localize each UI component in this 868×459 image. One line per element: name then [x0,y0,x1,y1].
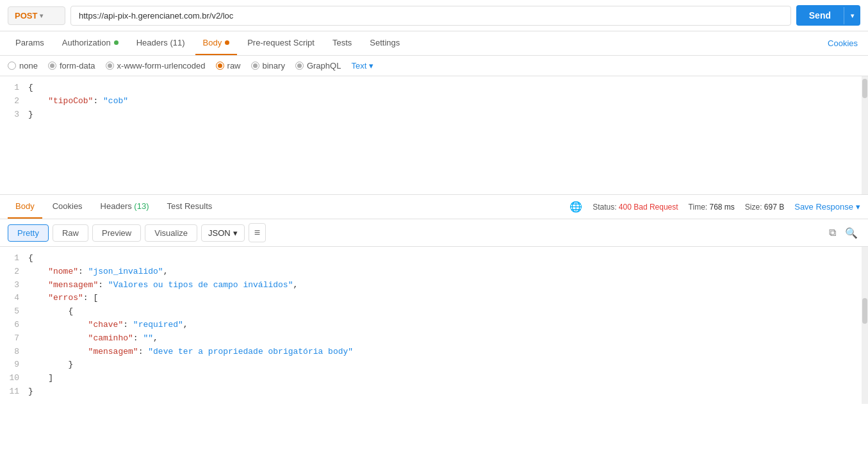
resp-ln-1: 1 [6,252,19,265]
tab-headers[interactable]: Headers (11) [129,31,193,55]
body-type-none-label: none [19,61,38,71]
save-response-chevron: ▾ [856,202,860,212]
resp-line-11: } [26,385,862,399]
radio-raw [216,62,224,70]
copy-icon: ⧉ [829,227,836,238]
resp-ln-9: 9 [6,358,19,372]
resp-ln-5: 5 [6,305,19,319]
body-type-raw[interactable]: raw [216,61,241,71]
body-type-graphql-label: GraphQL [307,61,341,71]
authorization-dot [114,40,119,45]
req-scrollbar[interactable] [862,76,868,194]
view-pretty-button[interactable]: Pretty [8,224,49,242]
resp-scrollbar-thumb [862,298,867,324]
req-line-3: } [26,108,862,122]
tab-body[interactable]: Body [195,31,238,55]
filter-button[interactable]: ≡ [249,223,266,242]
resp-line-5: { [26,305,862,319]
radio-binary [251,62,259,70]
resp-tab-cookies[interactable]: Cookies [45,195,90,219]
save-response-button[interactable]: Save Response ▾ [794,202,860,212]
tab-authorization[interactable]: Authorization [54,31,126,55]
status-info: 🌐 Status: 400 Bad Request Time: 768 ms S… [569,201,860,213]
body-type-binary[interactable]: binary [251,61,285,71]
text-dropdown-label: Text [351,61,366,71]
req-line-1: { [26,81,862,95]
format-chevron: ▾ [233,228,238,238]
size-label: Size: 697 B [745,203,784,212]
text-dropdown[interactable]: Text ▾ [351,61,373,71]
req-line-num-3: 3 [6,108,19,122]
resp-line-8: "mensagem": "deve ter a propriedade obri… [26,346,862,359]
send-button[interactable]: Send ▾ [796,5,860,26]
body-type-urlencoded[interactable]: x-www-form-urlencoded [106,61,206,71]
body-type-form-data[interactable]: form-data [48,61,95,71]
view-preview-button[interactable]: Preview [92,224,141,242]
tab-pre-request-label: Pre-request Script [247,38,315,47]
resp-code: { "nome": "json_invalido", "mensagem": "… [26,247,862,404]
tab-params-label: Params [15,38,44,47]
time-value: 768 ms [709,203,734,212]
resp-line-4: "erros": [ [26,292,862,305]
resp-tab-headers[interactable]: Headers (13) [93,195,157,219]
response-body[interactable]: 1 2 3 4 5 6 7 8 9 10 11 { "nome": "json_… [0,247,868,404]
resp-line-10: ] [26,372,862,385]
tab-settings[interactable]: Settings [362,31,407,55]
resp-line-1: { [26,252,862,265]
view-raw-button[interactable]: Raw [53,224,88,242]
radio-graphql [295,62,304,70]
resp-scrollbar[interactable] [862,247,868,404]
body-type-bar: none form-data x-www-form-urlencoded raw… [0,56,868,76]
resp-line-9: } [26,358,862,372]
resp-ln-3: 3 [6,279,19,292]
request-editor[interactable]: 1 2 3 { "tipoCob": "cob" } [0,76,868,195]
body-type-form-data-label: form-data [60,61,95,71]
format-label: JSON [208,228,231,238]
body-type-urlencoded-label: x-www-form-urlencoded [117,61,206,71]
text-dropdown-chevron: ▾ [369,61,373,71]
nav-tabs: Params Authorization Headers (11) Body P… [0,31,868,56]
resp-tab-cookies-label: Cookies [53,201,83,211]
resp-ln-4: 4 [6,292,19,305]
size-value: 697 B [764,203,784,212]
response-toolbar: Pretty Raw Preview Visualize JSON ▾ ≡ ⧉ … [0,219,868,247]
radio-none [8,62,16,70]
req-line-num-1: 1 [6,81,19,95]
request-code[interactable]: { "tipoCob": "cob" } [26,76,862,194]
radio-urlencoded [106,62,114,70]
method-select[interactable]: POST ▾ [8,6,65,25]
resp-line-2: "nome": "json_invalido", [26,265,862,279]
tab-params[interactable]: Params [8,31,52,55]
method-chevron-icon: ▾ [40,12,43,19]
req-scrollbar-thumb [862,79,867,98]
url-input[interactable] [70,6,791,26]
status-value: 400 Bad Request [619,203,678,212]
response-header: Body Cookies Headers (13) Test Results 🌐… [0,195,868,219]
cookies-link[interactable]: Cookies [825,32,860,54]
resp-tab-test-results[interactable]: Test Results [159,195,220,219]
format-select[interactable]: JSON ▾ [201,224,245,242]
send-arrow-icon[interactable]: ▾ [844,7,860,24]
tab-body-label: Body [203,38,222,47]
body-type-raw-label: raw [227,61,241,71]
copy-button[interactable]: ⧉ [826,224,839,241]
resp-ln-10: 10 [6,372,19,385]
resp-ln-6: 6 [6,319,19,332]
body-type-none[interactable]: none [8,61,38,71]
body-type-graphql[interactable]: GraphQL [295,61,341,71]
tab-pre-request[interactable]: Pre-request Script [240,31,322,55]
method-label: POST [15,11,37,21]
tab-tests[interactable]: Tests [325,31,359,55]
search-button[interactable]: 🔍 [842,224,860,242]
req-line-num-2: 2 [6,95,19,108]
view-visualize-button[interactable]: Visualize [145,224,197,242]
resp-tab-body[interactable]: Body [8,195,42,219]
filter-icon: ≡ [254,227,260,238]
tab-settings-label: Settings [370,38,400,47]
status-label: Status: 400 Bad Request [593,203,678,212]
top-bar: POST ▾ Send ▾ [0,0,868,31]
send-label: Send [796,5,844,26]
resp-line-numbers: 1 2 3 4 5 6 7 8 9 10 11 [0,247,26,404]
resp-ln-11: 11 [6,385,19,399]
globe-icon: 🌐 [569,201,582,213]
